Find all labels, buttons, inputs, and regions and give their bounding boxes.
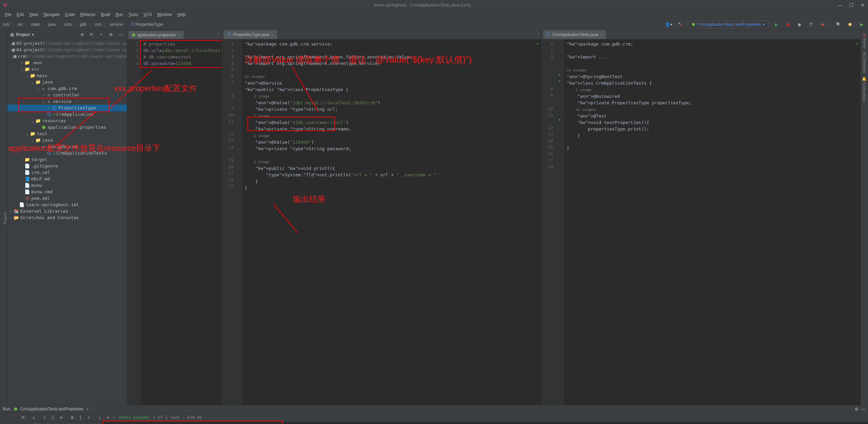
menu-navigate[interactable]: Navigate — [41, 12, 62, 18]
breadcrumb-item[interactable]: gdb — [80, 22, 87, 27]
tree-item[interactable]: ⌄📁java — [7, 137, 127, 143]
tree-item[interactable]: ⌄▦crm D:\Code\springboot\Code\learn-spri… — [7, 53, 127, 59]
run-gutter-icon[interactable]: ▸ — [53, 151, 56, 156]
tree-item[interactable]: 📄mvnw — [7, 182, 127, 189]
avatar-icon[interactable]: ▶ — [858, 21, 865, 28]
run-configuration-selector[interactable]: ⬢ CrmApplicationTests.testProperties ▾ — [688, 21, 768, 28]
breadcrumb-item[interactable]: main — [31, 22, 40, 27]
tree-item[interactable]: ⌄▫com.gdb.crm — [7, 85, 127, 92]
tree-item[interactable]: ⌄📁main — [7, 72, 127, 79]
close-icon[interactable]: × — [86, 407, 89, 411]
close-icon[interactable]: × — [271, 33, 273, 37]
tree-item[interactable]: ⌄📁test — [7, 130, 127, 137]
tree-item[interactable]: Ⓜpom.xml — [7, 195, 127, 201]
import-icon[interactable]: ↓ — [30, 414, 37, 421]
project-tool-button[interactable]: Project — [3, 213, 7, 224]
menu-window[interactable]: Window — [155, 12, 174, 18]
build-icon[interactable]: 🔨 — [676, 21, 684, 28]
more-icon[interactable]: ⋮ — [216, 31, 221, 36]
next-icon[interactable]: ↓ — [96, 414, 103, 421]
gear-icon[interactable]: ⚙ — [107, 31, 115, 38]
project-tree[interactable]: ⌄▦03-project D:\Code\springboot\Code\lea… — [7, 39, 127, 405]
tree-item[interactable]: ›ⒸPropertiesType — [7, 105, 127, 111]
breadcrumb-item[interactable]: com — [64, 22, 72, 27]
breadcrumb-item[interactable]: crm — [3, 22, 10, 27]
menu-code[interactable]: Code — [63, 12, 77, 18]
chevron-down-icon[interactable]: ▾ — [32, 32, 34, 37]
tree-item[interactable]: ›📁.mvn — [7, 59, 127, 66]
search-icon[interactable]: 🔍 — [835, 21, 842, 28]
tree-item[interactable]: Ⓒ▸CrmApplication — [7, 111, 127, 118]
expand-icon[interactable]: ⇱ — [88, 31, 96, 38]
tree-item[interactable]: Ⓒ▸CrmApplicationTests — [7, 150, 127, 156]
tab-application-properties[interactable]: ⬢ application.properties × — [128, 31, 184, 39]
menu-refactor[interactable]: Refactor — [78, 12, 98, 18]
code-area[interactable]: "kw">package com.gdb.crm.service; "kw">i… — [242, 39, 541, 405]
maximize-icon[interactable]: ☐ — [849, 2, 854, 8]
tab-crm-application-tests[interactable]: Ⓒ CrmApplicationTests.java × — [543, 30, 606, 39]
tree-item[interactable]: ›📚External Libraries — [7, 208, 127, 214]
breadcrumbs[interactable]: crm〉src〉main〉java〉com〉gdb〉crm〉service〉Ⓒ … — [3, 21, 163, 27]
tree-item[interactable]: ⌄📁java — [7, 79, 127, 85]
gear-icon[interactable]: ⚙ — [855, 407, 858, 411]
settings-icon[interactable]: ⬢ — [846, 21, 854, 28]
tree-item[interactable]: ⌄▫service — [7, 98, 127, 105]
breadcrumb-item[interactable]: service — [110, 22, 123, 27]
menu-vcs[interactable]: VCS — [141, 12, 154, 18]
run-output[interactable]: url = jdbc:mysql://localhost:3030/crm, u… — [102, 422, 868, 424]
collapse-icon[interactable]: ÷ — [98, 31, 105, 38]
tree-item[interactable]: 📄learn-springboot.iml — [7, 201, 127, 208]
tree-item[interactable]: ⌄📁src — [7, 66, 127, 72]
export-icon[interactable]: ↑ — [41, 414, 48, 421]
tree-item[interactable]: 📄crm.iml — [7, 169, 127, 176]
menu-file[interactable]: File — [3, 12, 13, 18]
breadcrumb-item[interactable]: PropertiesType — [136, 22, 163, 27]
tree-item[interactable]: 📘HELP.md — [7, 176, 127, 182]
tree-item[interactable]: ›📂Scratches and Consoles — [7, 214, 127, 221]
run-gutter-icon[interactable]: ▸ — [53, 112, 56, 117]
tree-item[interactable]: ⌄📁resources — [7, 118, 127, 124]
tree-item[interactable]: 📄mvnw.cmd — [7, 189, 127, 195]
hide-icon[interactable]: — — [117, 31, 124, 38]
profile-button[interactable]: ⏱ — [807, 21, 815, 28]
tree-item[interactable]: 📄.gitignore — [7, 163, 127, 169]
tree-item[interactable]: ⌄▫com.gdb.crm — [7, 143, 127, 150]
coverage-button[interactable]: ◉ — [796, 21, 803, 28]
menu-build[interactable]: Build — [99, 12, 112, 18]
collapse-all-icon[interactable]: ≣ — [68, 414, 76, 421]
menu-edit[interactable]: Edit — [15, 12, 26, 18]
breadcrumb-item[interactable]: crm — [95, 22, 102, 27]
notifications-tool-button[interactable]: 🔔 Notifications — [862, 75, 867, 104]
close-icon[interactable]: × — [600, 33, 602, 37]
tree-item[interactable]: ›▦04-project D:\Code\springboot\Code\lea… — [7, 47, 127, 53]
code-area[interactable]: "kw">package com.gdb.crm; "kw">import ..… — [564, 39, 861, 405]
menu-run[interactable]: Run — [114, 12, 125, 18]
tree-item[interactable]: ›▫controller — [7, 92, 127, 98]
tree-item[interactable]: ⌄▦03-project D:\Code\springboot\Code\lea… — [7, 40, 127, 47]
maven-tool-button[interactable]: m Maven — [863, 32, 867, 50]
close-icon[interactable]: × — [178, 33, 180, 37]
stop-button[interactable]: ■ — [819, 21, 826, 28]
locate-icon[interactable]: ⊕ — [79, 31, 86, 38]
hide-icon[interactable]: — — [861, 407, 865, 411]
more-icon[interactable]: ⋮ — [536, 31, 540, 36]
tab-properties-type[interactable]: Ⓒ PropertiesType.java × — [224, 30, 277, 39]
debug-button[interactable]: 🐞 — [784, 21, 792, 28]
history-icon[interactable]: ⟲ — [19, 414, 27, 421]
run-button[interactable]: ▶ — [772, 21, 780, 28]
tree-item[interactable]: ⬢application.properties — [7, 124, 127, 130]
menu-help[interactable]: Help — [175, 12, 188, 18]
tree-item[interactable]: ›📁target — [7, 156, 127, 163]
breadcrumb-item[interactable]: src — [18, 22, 23, 27]
expand-all-icon[interactable]: ≡ — [57, 414, 65, 421]
minimize-icon[interactable]: — — [838, 2, 843, 8]
close-icon[interactable]: ✕ — [861, 2, 865, 8]
prev-icon[interactable]: ↑ — [85, 414, 92, 421]
database-tool-button[interactable]: 🗄 Database — [863, 51, 867, 74]
test-tree[interactable]: ▾ ✔ CrmApplicationTests (c610 ms ✔ testP… — [14, 422, 102, 424]
menu-view[interactable]: View — [27, 12, 40, 18]
breadcrumb-item[interactable]: java — [48, 22, 56, 27]
user-icon[interactable]: 👤▾ — [665, 21, 672, 28]
menu-tools[interactable]: Tools — [126, 12, 140, 18]
code-area[interactable]: # properties db.url=jdbc:mysql://localho… — [141, 39, 222, 405]
